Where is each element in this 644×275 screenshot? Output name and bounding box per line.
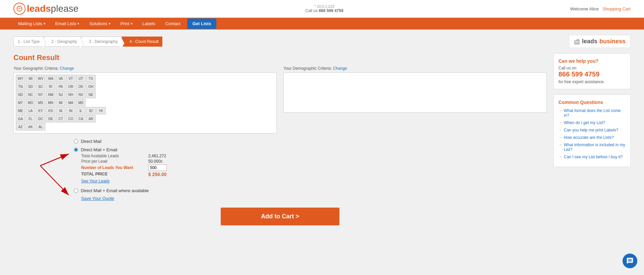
state-MA[interactable]: MA bbox=[66, 99, 75, 106]
state-MD[interactable]: MD bbox=[76, 99, 86, 106]
state-ND[interactable]: ND bbox=[16, 91, 25, 98]
state-NH[interactable]: NH bbox=[66, 91, 75, 98]
main-content: Count Result Your Geographic Criteria: C… bbox=[13, 53, 547, 232]
state-VA[interactable]: VA bbox=[56, 75, 65, 82]
state-NJ[interactable]: NJ bbox=[56, 91, 65, 98]
svg-line-8 bbox=[40, 166, 69, 195]
geo-change-link[interactable]: Change bbox=[60, 66, 74, 71]
state-IL[interactable]: IL bbox=[76, 107, 86, 114]
help-subtitle: for free expert assistance. bbox=[558, 79, 626, 84]
state-SD[interactable]: SD bbox=[26, 83, 35, 90]
state-CO[interactable]: CO bbox=[66, 115, 75, 122]
save-quote-link[interactable]: Save Your Quote bbox=[81, 196, 114, 201]
nav-print[interactable]: Print ▾ bbox=[116, 18, 137, 30]
state-VT[interactable]: VT bbox=[66, 75, 75, 82]
state-OK[interactable]: OK bbox=[76, 83, 86, 90]
state-CA[interactable]: CA bbox=[76, 115, 86, 122]
state-AZ[interactable]: AZ bbox=[16, 123, 25, 130]
state-WA[interactable]: WA bbox=[46, 75, 55, 82]
breadcrumb-step-3[interactable]: 3 - Demography bbox=[81, 37, 121, 47]
state-row: AZ AK AL bbox=[16, 123, 274, 130]
state-DE[interactable]: DE bbox=[46, 115, 55, 122]
welcome-text: Welcome Alice bbox=[570, 6, 599, 11]
state-OR[interactable]: OR bbox=[66, 83, 75, 90]
state-PA[interactable]: PA bbox=[56, 83, 65, 90]
phone-number: 866 599 4759 bbox=[319, 8, 343, 13]
state-AL[interactable]: AL bbox=[36, 123, 45, 130]
state-TN[interactable]: TN bbox=[16, 83, 25, 90]
svg-line-7 bbox=[40, 154, 69, 166]
state-AK[interactable]: AK bbox=[26, 123, 35, 130]
nav-labels[interactable]: Labels bbox=[138, 18, 160, 30]
state-NE[interactable]: NE bbox=[86, 91, 96, 98]
state-NC[interactable]: NC bbox=[26, 91, 35, 98]
state-MS[interactable]: MS bbox=[36, 99, 45, 106]
state-UT[interactable]: UT bbox=[76, 75, 86, 82]
state-IA[interactable]: IA bbox=[56, 107, 65, 114]
total-price-value: $ 250.00 bbox=[148, 172, 167, 177]
state-FL[interactable]: FL bbox=[26, 115, 35, 122]
state-LA[interactable]: LA bbox=[26, 107, 35, 114]
state-WI[interactable]: WI bbox=[26, 75, 35, 82]
see-your-leads-link[interactable]: See Your Leads bbox=[81, 179, 110, 183]
add-to-cart-button[interactable]: Add to Cart > bbox=[221, 208, 339, 225]
demo-change-link[interactable]: Change bbox=[333, 66, 347, 71]
svg-point-0 bbox=[17, 6, 22, 11]
state-MI[interactable]: MI bbox=[56, 99, 65, 106]
state-KY[interactable]: KY bbox=[36, 107, 45, 114]
logo: leadsplease bbox=[13, 3, 78, 15]
state-row: ND NC NY NM NJ NH NV NE bbox=[16, 91, 274, 98]
state-grid: WY WI WV WA VA VT UT TX TN SD SC bbox=[13, 72, 277, 133]
nav-contact[interactable]: Contact bbox=[161, 18, 185, 30]
dm-email-avail-radio[interactable] bbox=[74, 188, 78, 193]
state-NV[interactable]: NV bbox=[76, 91, 86, 98]
arrow-icon: → bbox=[558, 143, 562, 147]
breadcrumb-step-2[interactable]: 2 - Geography bbox=[44, 37, 81, 47]
geo-criteria: Your Geographic Criteria: Change WY WI W… bbox=[13, 66, 277, 133]
nav-mailing-lists[interactable]: Mailing Lists ▾ bbox=[13, 18, 50, 30]
faq-item-2[interactable]: → When do I get my List? bbox=[558, 120, 626, 125]
num-leads-input[interactable] bbox=[148, 164, 167, 171]
state-IN[interactable]: IN bbox=[66, 107, 75, 114]
faq-item-3[interactable]: → Can you help me print Labels? bbox=[558, 128, 626, 132]
state-TX[interactable]: TX bbox=[86, 75, 96, 82]
state-DC[interactable]: DC bbox=[36, 115, 45, 122]
options-container: Direct Mail Direct Mail + Email Total Av… bbox=[13, 139, 547, 201]
state-MT[interactable]: MT bbox=[16, 99, 25, 106]
state-MN[interactable]: MN bbox=[46, 99, 55, 106]
faq-item-1[interactable]: → What format does the List come in? bbox=[558, 108, 626, 118]
state-NY[interactable]: NY bbox=[36, 91, 45, 98]
state-MO[interactable]: MO bbox=[26, 99, 35, 106]
breadcrumb-step-4[interactable]: 4 - Count Result bbox=[122, 37, 162, 47]
direct-mail-radio[interactable] bbox=[74, 139, 78, 144]
state-CT[interactable]: CT bbox=[56, 115, 65, 122]
state-AR[interactable]: AR bbox=[86, 115, 96, 122]
state-HI[interactable]: HI bbox=[96, 107, 106, 114]
state-KS[interactable]: KS bbox=[46, 107, 55, 114]
direct-mail-email-radio[interactable] bbox=[74, 148, 78, 152]
faq-item-6[interactable]: → Can I see my List before I buy it? bbox=[558, 155, 626, 159]
header-center: * 10.0.1.223 Call us 866 599 4759 bbox=[305, 4, 343, 13]
state-NM[interactable]: NM bbox=[46, 91, 55, 98]
dm-email-avail-option: Direct Mail + Email where available bbox=[74, 188, 547, 193]
arrow-icon: → bbox=[558, 155, 562, 159]
nav-solutions[interactable]: Solutions ▾ bbox=[85, 18, 115, 30]
lead-details: Total Available Leads 2,461,272 Price pe… bbox=[81, 154, 547, 183]
state-ME[interactable]: ME bbox=[16, 107, 25, 114]
total-price-label: TOTAL PRICE bbox=[81, 172, 148, 177]
faq-item-4[interactable]: → How accurate are the Lists? bbox=[558, 135, 626, 140]
faq-item-5[interactable]: → What information is included in my Lis… bbox=[558, 143, 626, 152]
state-GA[interactable]: GA bbox=[16, 115, 25, 122]
state-row: WY WI WV WA VA VT UT TX bbox=[16, 75, 274, 82]
state-SC[interactable]: SC bbox=[36, 83, 45, 90]
nav-email-lists[interactable]: Email Lists ▾ bbox=[51, 18, 84, 30]
state-WV[interactable]: WV bbox=[36, 75, 45, 82]
page-title: Count Result bbox=[13, 53, 547, 62]
state-RI[interactable]: RI bbox=[46, 83, 55, 90]
breadcrumb-step-1[interactable]: 1 - List Type bbox=[13, 37, 43, 47]
state-ID[interactable]: ID bbox=[86, 107, 96, 114]
get-lists-button[interactable]: Get Lists bbox=[187, 18, 217, 29]
shopping-cart-link[interactable]: Shopping Cart bbox=[603, 6, 631, 11]
state-OH[interactable]: OH bbox=[86, 83, 96, 90]
state-WY[interactable]: WY bbox=[16, 75, 25, 82]
